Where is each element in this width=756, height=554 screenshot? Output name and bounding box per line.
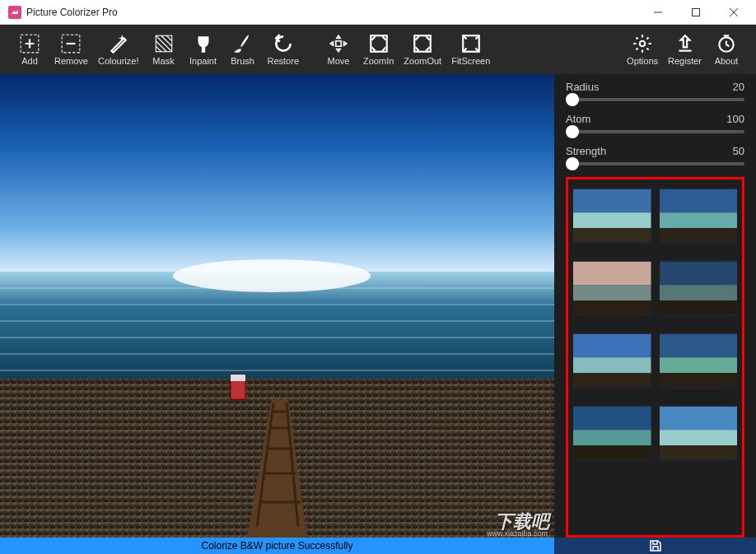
preset-thumb[interactable] — [573, 405, 651, 461]
move-button[interactable]: Move — [319, 30, 358, 69]
options-label: Options — [627, 56, 658, 66]
strength-track[interactable] — [566, 162, 744, 165]
preset-thumb[interactable] — [573, 333, 651, 389]
svg-rect-45 — [660, 357, 738, 373]
strength-label: Strength — [566, 145, 606, 157]
svg-rect-34 — [660, 228, 738, 242]
preset-thumb[interactable] — [573, 188, 651, 244]
register-label: Register — [668, 56, 702, 66]
zoomout-button[interactable]: ZoomOut — [399, 30, 446, 69]
minimize-icon — [654, 8, 662, 16]
atom-slider[interactable]: Atom 100 — [566, 113, 744, 133]
zoomout-label: ZoomOut — [404, 56, 441, 66]
svg-rect-32 — [660, 189, 738, 212]
mask-button[interactable]: Mask — [144, 30, 184, 69]
save-icon — [649, 539, 662, 552]
svg-rect-43 — [573, 373, 651, 387]
svg-rect-29 — [573, 189, 651, 212]
svg-point-9 — [640, 41, 646, 47]
preset-thumb[interactable] — [660, 405, 738, 461]
svg-rect-37 — [573, 300, 651, 314]
zoomin-icon — [368, 33, 390, 54]
move-icon — [328, 33, 349, 54]
zoomin-button[interactable]: ZoomIn — [358, 30, 399, 69]
close-icon — [730, 8, 738, 16]
svg-rect-46 — [660, 373, 738, 387]
maximize-icon — [692, 8, 700, 16]
close-button[interactable] — [715, 0, 753, 25]
zoomin-label: ZoomIn — [363, 56, 394, 66]
image-preview — [0, 74, 554, 538]
svg-rect-41 — [573, 334, 651, 357]
atom-value: 100 — [726, 113, 744, 125]
register-icon — [674, 33, 696, 54]
fitscreen-button[interactable]: FitScreen — [446, 30, 495, 69]
register-button[interactable]: Register — [663, 30, 707, 69]
gear-icon — [632, 33, 653, 54]
restore-label: Restore — [268, 56, 300, 66]
radius-thumb[interactable] — [566, 93, 579, 106]
mask-label: Mask — [152, 56, 174, 66]
strength-slider[interactable]: Strength 50 — [566, 145, 744, 165]
preset-thumb[interactable] — [573, 260, 651, 316]
maximize-button[interactable] — [677, 0, 715, 25]
remove-label: Remove — [54, 56, 88, 66]
move-label: Move — [328, 56, 350, 66]
preset-thumb[interactable] — [660, 188, 738, 244]
mask-icon — [153, 33, 175, 54]
radius-track[interactable] — [566, 98, 744, 101]
restore-button[interactable]: Restore — [263, 30, 305, 69]
app-icon — [8, 6, 21, 19]
inpaint-label: Inpaint — [189, 56, 217, 66]
svg-rect-52 — [660, 445, 738, 459]
svg-rect-5 — [201, 45, 204, 53]
preset-thumb[interactable] — [660, 333, 738, 389]
restore-icon — [273, 33, 294, 54]
svg-rect-51 — [660, 430, 738, 445]
svg-rect-39 — [660, 285, 738, 300]
svg-rect-42 — [573, 357, 651, 373]
atom-track[interactable] — [566, 130, 744, 133]
zoomout-icon — [412, 33, 433, 54]
svg-rect-33 — [660, 212, 738, 228]
radius-slider[interactable]: Radius 20 — [566, 81, 744, 101]
svg-rect-31 — [573, 228, 651, 242]
fitscreen-icon — [460, 33, 482, 54]
brush-icon — [232, 33, 254, 54]
remove-icon — [60, 33, 82, 54]
inpaint-button[interactable]: Inpaint — [184, 30, 223, 69]
atom-thumb[interactable] — [566, 125, 579, 138]
wand-icon — [108, 33, 129, 54]
svg-rect-40 — [660, 300, 738, 314]
save-button[interactable] — [554, 538, 756, 554]
about-button[interactable]: About — [707, 30, 746, 69]
watermark-url: www.xiazaiba.com — [487, 529, 548, 538]
canvas[interactable]: 下载吧 www.xiazaiba.com — [0, 74, 554, 538]
colourize-label: Colourize! — [98, 56, 139, 66]
svg-rect-30 — [573, 212, 651, 228]
radius-label: Radius — [566, 81, 599, 93]
strength-value: 50 — [733, 145, 744, 157]
svg-point-28 — [173, 259, 371, 292]
minimize-button[interactable] — [639, 0, 677, 25]
fitscreen-label: FitScreen — [451, 56, 490, 66]
window-controls — [639, 0, 753, 25]
colourize-button[interactable]: Colourize! — [93, 30, 144, 69]
atom-label: Atom — [566, 113, 590, 125]
brush-button[interactable]: Brush — [223, 30, 263, 69]
titlebar: Picture Colorizer Pro — [0, 0, 756, 25]
preset-thumb[interactable] — [660, 260, 738, 316]
statusbar: Colorize B&W picture Successfully — [0, 538, 756, 554]
window-title: Picture Colorizer Pro — [26, 7, 639, 18]
content-area: 下载吧 www.xiazaiba.com Radius 20 Atom 100 … — [0, 74, 756, 538]
svg-rect-35 — [573, 262, 651, 285]
svg-rect-1 — [693, 8, 700, 16]
clock-icon — [716, 33, 737, 54]
strength-thumb[interactable] — [566, 157, 579, 170]
svg-rect-47 — [573, 407, 651, 430]
remove-button[interactable]: Remove — [49, 30, 93, 69]
add-button[interactable]: Add — [10, 30, 49, 69]
options-button[interactable]: Options — [622, 30, 663, 69]
svg-rect-27 — [231, 375, 245, 381]
preset-grid — [566, 177, 744, 538]
